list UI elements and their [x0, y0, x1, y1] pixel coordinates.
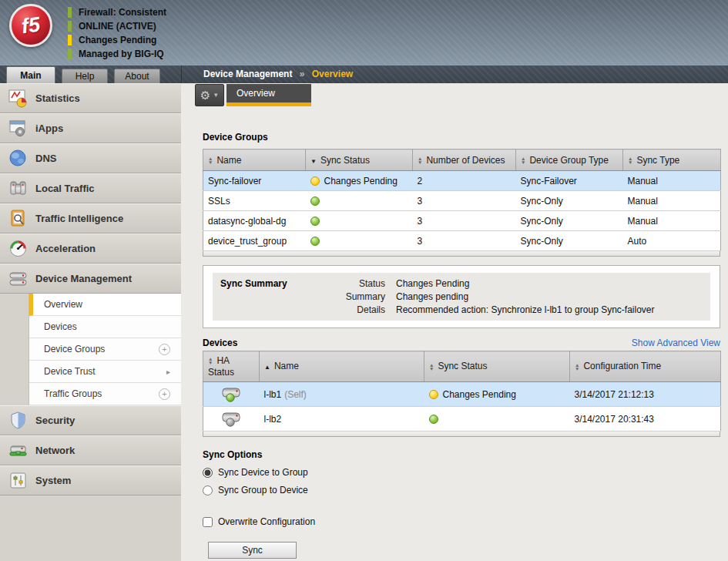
- sidebar-item-iapps[interactable]: iApps: [0, 113, 181, 143]
- cell-sync-type: Manual: [623, 171, 721, 191]
- status-dot-green: [310, 237, 320, 246]
- cell-sync-status: [306, 191, 413, 211]
- radio-row-group-to-device: Sync Group to Device: [203, 485, 720, 495]
- sidebar-item-acceleration[interactable]: Acceleration: [0, 233, 181, 264]
- sync-summary-panel: Sync Summary Status Changes Pending Summ…: [213, 273, 710, 321]
- status-label: ONLINE (ACTIVE): [79, 21, 156, 32]
- summary-label-details: Details: [311, 304, 396, 315]
- sidebar-item-security[interactable]: Security: [0, 405, 181, 435]
- table-row-lb1[interactable]: l-lb1(Self) Changes Pending 3/14/2017 21…: [203, 382, 721, 407]
- radio-row-device-to-group: Sync Device to Group: [203, 467, 720, 478]
- table-row-device-trust-group[interactable]: device_trust_group 3 Sync-Only Auto: [203, 231, 721, 251]
- sync-device-to-group-radio[interactable]: [203, 468, 213, 478]
- cell-device-sync-status: Changes Pending: [424, 382, 570, 407]
- sidebar-item-network[interactable]: Network: [0, 435, 181, 465]
- options-gear-button[interactable]: ⚙ ▼: [195, 84, 224, 106]
- breadcrumb-page: Overview: [312, 69, 353, 79]
- acceleration-gauge-icon: [8, 238, 29, 259]
- show-advanced-view-link[interactable]: Show Advanced View: [632, 338, 720, 348]
- sync-summary-box: Sync Summary Status Changes Pending Summ…: [203, 265, 720, 328]
- sidebar-item-label: Traffic Intelligence: [35, 213, 123, 224]
- table-row-sync-failover[interactable]: Sync-failover Changes Pending 2 Sync-Fai…: [203, 171, 721, 191]
- submenu-item-overview[interactable]: Overview: [29, 294, 181, 316]
- sort-both-icon: ▲▼: [521, 156, 525, 164]
- sync-device-to-group-label[interactable]: Sync Device to Group: [218, 467, 308, 478]
- sidebar-item-system[interactable]: System: [0, 465, 181, 495]
- submenu-item-device-trust[interactable]: Device Trust ▸: [29, 361, 181, 383]
- col-header-ha-status[interactable]: ▲▼HA Status: [203, 351, 260, 382]
- overwrite-configuration-checkbox[interactable]: [203, 517, 213, 527]
- sort-desc-icon: ▼: [310, 158, 317, 165]
- tab-help[interactable]: Help: [62, 69, 108, 83]
- status-firewall: Firewall: Consistent: [68, 5, 166, 19]
- overview-view-tab[interactable]: Overview: [226, 84, 311, 106]
- cell-group-type: Sync-Only: [516, 211, 623, 231]
- sidebar-item-local-traffic[interactable]: Local Traffic: [0, 173, 181, 203]
- sync-button[interactable]: Sync: [208, 542, 297, 559]
- cell-device-sync-status: [424, 407, 570, 432]
- breadcrumb-separator: »: [300, 69, 305, 79]
- submenu-item-devices[interactable]: Devices: [29, 316, 181, 338]
- cell-device-count: 3: [413, 191, 516, 211]
- sidebar-item-label: Statistics: [35, 92, 80, 104]
- status-indicator-bar: [68, 7, 72, 18]
- status-indicator-bar: [68, 21, 72, 32]
- tab-about[interactable]: About: [114, 69, 160, 83]
- sidebar-item-traffic-intelligence[interactable]: Traffic Intelligence: [0, 203, 181, 233]
- submenu-item-device-groups[interactable]: Device Groups +: [29, 338, 181, 361]
- sort-both-icon: ▲▼: [429, 363, 434, 371]
- col-header-device-name[interactable]: ▲Name: [260, 351, 424, 382]
- col-header-number-of-devices[interactable]: ▲▼Number of Devices: [413, 149, 516, 171]
- table-row-datasync-global-dg[interactable]: datasync-global-dg 3 Sync-Only Manual: [203, 211, 721, 231]
- cell-sync-type: Manual: [623, 191, 721, 211]
- security-shield-icon: [8, 410, 29, 431]
- plus-circle-icon[interactable]: +: [159, 344, 170, 355]
- submenu-item-traffic-groups[interactable]: Traffic Groups +: [29, 383, 181, 405]
- submenu-item-label: Overview: [44, 299, 82, 310]
- col-header-device-group-type[interactable]: ▲▼Device Group Type: [516, 149, 623, 171]
- cell-sync-type: Auto: [623, 231, 721, 251]
- table-row-ssls[interactable]: SSLs 3 Sync-Only Manual: [203, 191, 721, 211]
- sort-both-icon: ▲▼: [418, 156, 422, 164]
- device-groups-table: ▲▼Name ▼Sync Status ▲▼Number of Devices …: [203, 149, 721, 251]
- col-header-sync-type[interactable]: ▲▼Sync Type: [623, 149, 721, 171]
- sidebar-item-label: Device Management: [35, 273, 132, 284]
- tab-main[interactable]: Main: [6, 66, 55, 83]
- status-online: ONLINE (ACTIVE): [68, 19, 166, 33]
- self-tag: (Self): [284, 389, 307, 400]
- plus-circle-icon[interactable]: +: [159, 388, 170, 400]
- col-header-name[interactable]: ▲▼Name: [203, 149, 306, 171]
- sidebar-item-label: Local Traffic: [35, 183, 95, 194]
- cell-name: device_trust_group: [203, 231, 306, 251]
- cell-group-type: Sync-Only: [516, 191, 623, 211]
- network-switch-icon: [8, 440, 29, 461]
- sidebar-item-label: DNS: [35, 153, 56, 164]
- summary-value-summary: Changes pending: [396, 291, 703, 302]
- col-header-configuration-time[interactable]: ▲▼Configuration Time: [570, 351, 721, 382]
- main-content: ⚙ ▼ Overview Device Groups ▲▼Name ▼Sync …: [181, 83, 728, 561]
- submenu-item-label: Devices: [44, 321, 77, 332]
- col-header-device-sync-status[interactable]: ▲▼Sync Status: [424, 351, 570, 382]
- sidebar-item-label: Acceleration: [35, 243, 96, 254]
- iapps-icon: [8, 118, 29, 139]
- device-management-icon: [8, 268, 29, 289]
- sync-group-to-device-label[interactable]: Sync Group to Device: [218, 485, 308, 495]
- status-label: Changes Pending: [79, 35, 156, 45]
- chevron-down-icon: ▼: [213, 92, 219, 99]
- devices-title: Devices: [203, 338, 237, 348]
- sync-group-to-device-radio[interactable]: [203, 485, 213, 495]
- table-row-lb2[interactable]: l-lb2 3/14/2017 20:31:43: [203, 407, 721, 432]
- overwrite-configuration-label[interactable]: Overwrite Configuration: [218, 516, 315, 527]
- summary-label-summary: Summary: [311, 291, 396, 302]
- sidebar-item-device-management[interactable]: Device Management: [0, 264, 181, 294]
- local-traffic-icon: [8, 178, 29, 199]
- status-changes-pending: Changes Pending: [68, 33, 166, 47]
- f5-logo[interactable]: f5: [9, 4, 52, 47]
- sidebar-item-statistics[interactable]: Statistics: [0, 83, 181, 113]
- col-header-sync-status[interactable]: ▼Sync Status: [306, 149, 413, 171]
- breadcrumb-section[interactable]: Device Management: [203, 69, 292, 79]
- sidebar-item-label: Network: [35, 445, 75, 456]
- sidebar-item-label: Security: [35, 415, 75, 426]
- f5-logo-text: f5: [20, 12, 42, 39]
- sidebar-item-dns[interactable]: DNS: [0, 143, 181, 173]
